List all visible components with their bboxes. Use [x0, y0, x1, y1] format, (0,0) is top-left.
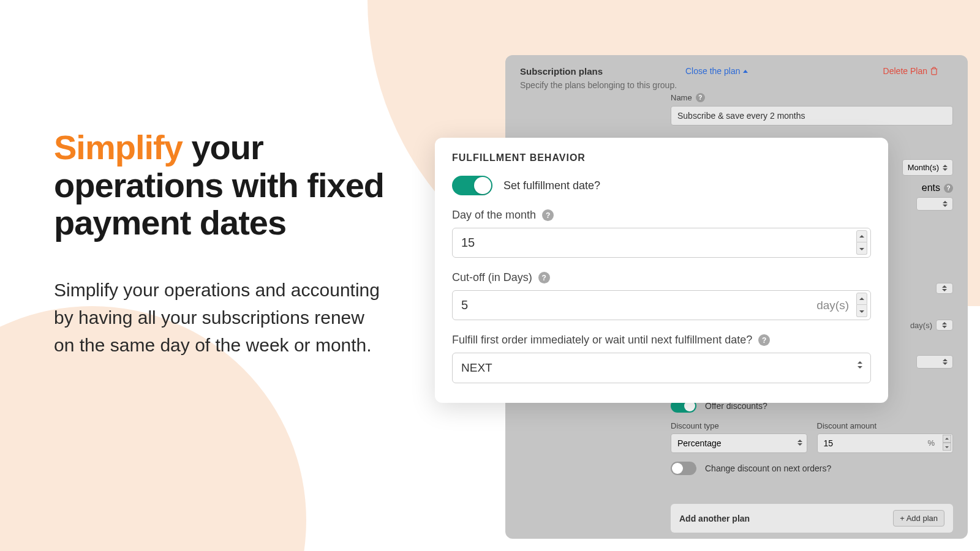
name-label: Name	[671, 93, 692, 102]
help-icon[interactable]: ?	[758, 334, 770, 346]
cutoff-input-wrap: day(s)	[452, 290, 871, 320]
day-of-month-input[interactable]	[452, 228, 871, 258]
modal-title: FULFILLMENT BEHAVIOR	[452, 152, 871, 163]
day-input-wrap	[452, 228, 871, 258]
first-order-select-wrap: NEXT	[452, 353, 871, 383]
help-icon[interactable]: ?	[696, 93, 705, 102]
partial-label-ents: ents ?	[922, 182, 953, 193]
select-arrows-icon	[943, 165, 948, 171]
discount-fields-row: Discount type Discount amount %	[671, 421, 953, 453]
help-icon[interactable]: ?	[538, 272, 550, 283]
days-suffix: day(s)	[816, 299, 849, 312]
plan-header-row: Close the plan Delete Plan	[671, 66, 953, 76]
add-plan-row: Add another plan + Add plan	[671, 504, 953, 533]
discount-type-label: Discount type	[671, 421, 807, 430]
headline-highlight: Simplify	[54, 128, 183, 167]
first-order-select[interactable]: NEXT	[452, 353, 871, 383]
headline: Simplify your operations with fixed paym…	[54, 129, 385, 242]
cutoff-input[interactable]	[452, 290, 871, 320]
delete-plan-label: Delete Plan	[883, 66, 927, 76]
select-arrows-icon	[943, 201, 948, 207]
select-arrows-icon	[858, 361, 862, 369]
interval-unit-label: Month(s)	[908, 163, 939, 172]
name-input[interactable]	[671, 106, 953, 126]
day-of-month-label-row: Day of the month ?	[452, 209, 871, 222]
plan-form: Name ?	[671, 86, 953, 126]
days-suffix-stepper[interactable]: day(s)	[910, 320, 953, 331]
change-discount-label: Change discount on next orders?	[705, 463, 831, 473]
add-plan-button[interactable]: + Add plan	[893, 510, 944, 527]
partial-stepper-1[interactable]	[936, 283, 953, 294]
close-plan-label: Close the plan	[685, 66, 741, 76]
day-stepper[interactable]	[856, 230, 867, 255]
discount-amount-col: Discount amount %	[817, 421, 954, 453]
caret-up-icon	[743, 70, 748, 73]
percent-suffix: %	[927, 438, 935, 448]
marketing-copy: Simplify your operations with fixed paym…	[54, 129, 385, 359]
discount-type-select[interactable]	[671, 433, 807, 453]
help-icon[interactable]: ?	[944, 184, 953, 193]
day-of-month-label: Day of the month	[452, 209, 536, 222]
delete-plan-link[interactable]: Delete Plan	[883, 66, 938, 76]
stepper-down-button[interactable]	[856, 242, 867, 255]
help-icon[interactable]: ?	[542, 209, 554, 221]
name-field-row: Name ?	[671, 93, 953, 126]
set-fulfillment-toggle[interactable]	[452, 176, 492, 195]
amount-stepper[interactable]	[943, 435, 951, 451]
subtext: Simplify your operations and accounting …	[54, 276, 385, 359]
select-arrows-icon	[943, 359, 948, 365]
stepper-up-button[interactable]	[856, 230, 867, 242]
first-order-label: Fulfill first order immediately or wait …	[452, 334, 752, 347]
discount-type-col: Discount type	[671, 421, 807, 453]
set-fulfillment-row: Set fulfillment date?	[452, 176, 871, 195]
cutoff-label: Cut-off (in Days)	[452, 271, 532, 284]
name-label-row: Name ?	[671, 93, 953, 102]
partial-select-2[interactable]	[916, 197, 953, 211]
cutoff-label-row: Cut-off (in Days) ?	[452, 271, 871, 284]
interval-unit-select[interactable]: Month(s)	[902, 159, 953, 176]
stepper-up-button[interactable]	[856, 293, 867, 305]
first-order-label-row: Fulfill first order immediately or wait …	[452, 334, 871, 347]
trash-icon	[930, 67, 938, 75]
set-fulfillment-label: Set fulfillment date?	[503, 179, 600, 192]
discount-amount-label: Discount amount	[817, 421, 954, 430]
select-arrows-icon	[797, 440, 802, 446]
fulfillment-behavior-modal: FULFILLMENT BEHAVIOR Set fulfillment dat…	[435, 138, 888, 403]
close-plan-link[interactable]: Close the plan	[685, 66, 748, 76]
stepper-down-button[interactable]	[856, 305, 867, 317]
change-discount-row: Change discount on next orders?	[671, 462, 953, 475]
cutoff-stepper[interactable]	[856, 293, 867, 317]
change-discount-toggle[interactable]	[671, 462, 696, 475]
partial-select-3[interactable]	[916, 355, 953, 369]
add-another-plan-text: Add another plan	[679, 514, 750, 523]
